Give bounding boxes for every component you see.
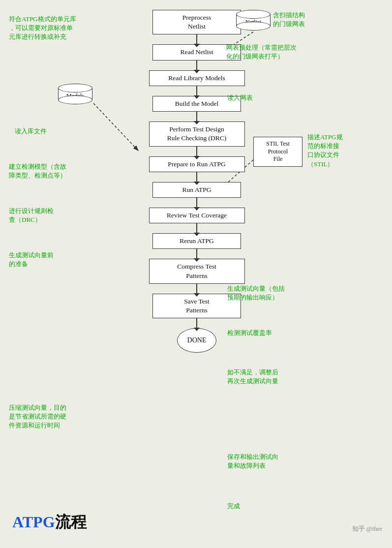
netlist-cyl-bottom xyxy=(236,22,271,30)
models-cyl-top xyxy=(58,84,92,92)
drc-box: Perform Test DesignRule Checking (DRC) xyxy=(149,122,245,146)
models-cylinder: Models xyxy=(58,84,92,104)
annotation-top-right: 含扫描结构的门级网表 xyxy=(273,11,371,29)
stil-line2: Protocol xyxy=(268,148,288,155)
stil-line1: STIL Test xyxy=(266,140,290,147)
annotation-read-left: 读入库文件 xyxy=(15,127,93,136)
models-cyl-bottom xyxy=(58,95,92,104)
arrow-4 xyxy=(196,112,197,122)
arrow-6 xyxy=(196,172,197,182)
arrow-2 xyxy=(196,61,197,70)
annotation-compress-left: 压缩测试向量，目的是节省测试所需的硬件资源和运行时间 xyxy=(9,403,115,430)
watermark: 知乎 @ther xyxy=(352,524,382,533)
annotation-preprocess-right: 网表预处理（常需把层次化的门级网表打平） xyxy=(226,43,332,61)
annotation-run-right: 生成测试向量（包括预期的输出响应） xyxy=(227,284,333,302)
title-atpg: ATPG xyxy=(12,513,55,531)
arrow-3 xyxy=(196,86,197,96)
arrow-11 xyxy=(196,318,197,328)
netlist-cyl-top xyxy=(236,10,271,19)
arrow-7 xyxy=(196,198,197,208)
annotation-prepare-left: 生成测试向量前的准备 xyxy=(9,251,105,269)
arrow-9 xyxy=(196,249,197,259)
arrow-5 xyxy=(196,147,197,156)
annotation-review-right: 检测测试覆盖率 xyxy=(227,329,333,337)
preprocess-netlist-box: PreprocessNetlist xyxy=(152,10,241,34)
title-rest: 流程 xyxy=(55,513,87,531)
annotation-drc-left: 进行设计规则检查（DRC） xyxy=(9,207,105,224)
netlist-cylinder: Netlist xyxy=(236,10,271,30)
compress-box: Compress TestPatterns xyxy=(149,259,245,283)
annotation-build-left: 建立检测模型（含故障类型、检测点等） xyxy=(9,162,105,180)
arrow-10 xyxy=(196,284,197,294)
annotation-read-netlist-right: 读入网表 xyxy=(227,93,326,102)
title: ATPG流程 xyxy=(12,512,87,533)
annotation-save-right: 保存和输出测试向量和故障列表 xyxy=(227,453,333,470)
annotation-done-right: 完成 xyxy=(227,502,306,511)
stil-line3: File xyxy=(273,155,283,162)
arrow-8 xyxy=(196,223,197,233)
annotation-stil: 描述ATPG规范的标准接口协议文件（STIL） xyxy=(307,133,386,169)
page: Netlist Models STIL Test Protocol File P… xyxy=(0,0,392,548)
annotation-rerun-right: 如不满足，调整后再次生成测试向量 xyxy=(227,368,333,386)
annotation-top-left: 符合ATPG格式的单元库，可以需要对原标准单元库进行转换或补充 xyxy=(9,15,100,42)
arrow-1 xyxy=(196,34,197,44)
done-oval: DONE xyxy=(177,328,216,353)
